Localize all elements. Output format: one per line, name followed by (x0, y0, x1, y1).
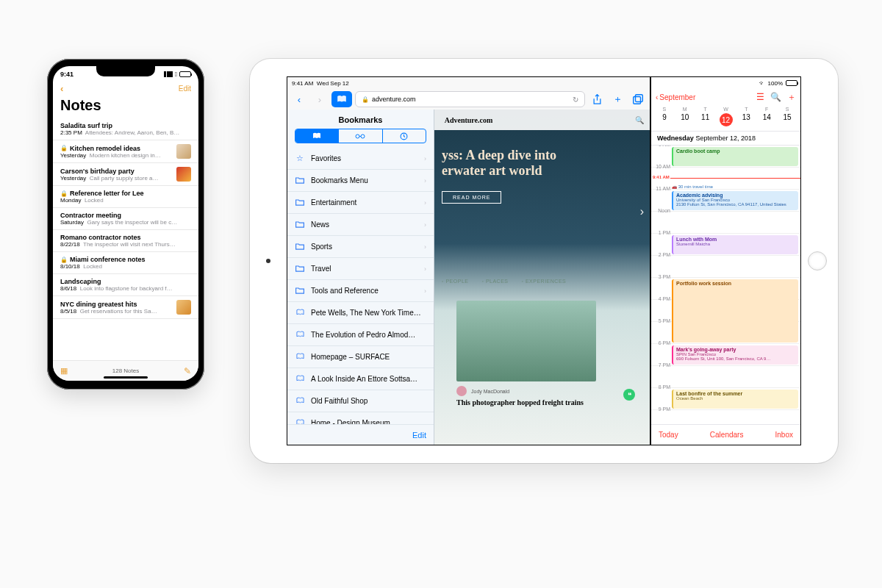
chat-widget-icon[interactable]: ❝ (623, 389, 635, 401)
tabs-button[interactable] (629, 90, 647, 108)
nav-back-button[interactable]: ‹ (290, 90, 308, 108)
bookmarks-edit-button[interactable]: Edit (287, 424, 434, 445)
search-icon[interactable]: 🔍 (770, 92, 781, 102)
new-tab-button[interactable]: ＋ (609, 90, 626, 108)
iphone-notch (96, 66, 155, 76)
day-cell[interactable]: 14 (756, 112, 777, 128)
status-time: 9:41 AM (292, 80, 313, 87)
hour-row[interactable]: 2 PM (651, 256, 800, 278)
bookmark-row[interactable]: ☆ Favorites › (287, 148, 434, 170)
bookmark-label: Tools and Reference (311, 287, 418, 295)
calendar-footer: Today Calendars Inbox (651, 424, 800, 445)
bookmarks-list[interactable]: ☆ Favorites › Bookmarks Menu › Entertain… (287, 148, 434, 424)
event-subtitle: Stonemill Matcha (676, 242, 795, 246)
note-row[interactable]: Contractor meeting Saturday Gary says th… (53, 208, 198, 230)
calendar-event[interactable]: Cardio boot camp (672, 147, 798, 166)
nav-forward-button[interactable]: › (311, 90, 329, 108)
attachments-icon[interactable]: ▦ (60, 366, 68, 376)
day-cell[interactable]: 10 (675, 112, 695, 128)
site-tab[interactable]: ◦ EXPERIENCES (522, 279, 567, 284)
edit-button[interactable]: Edit (179, 85, 191, 93)
seg-reading-list[interactable] (338, 129, 381, 143)
note-thumbnail (176, 144, 191, 159)
today-button[interactable]: Today (659, 431, 678, 439)
read-more-button[interactable]: READ MORE (442, 191, 501, 204)
bookmark-row[interactable]: Bookmarks Menu › (287, 170, 434, 192)
day-cell[interactable]: 9 (654, 112, 675, 128)
calendar-event[interactable]: Academic advising University of San Fran… (672, 191, 798, 210)
day-cell[interactable]: 12 (716, 112, 736, 128)
back-button[interactable]: ‹ (60, 83, 63, 94)
list-view-icon[interactable]: ☰ (756, 92, 764, 102)
svg-rect-1 (634, 97, 641, 104)
calendar-event[interactable]: Last bonfire of the summer Ocean Beach (672, 390, 798, 409)
seg-history[interactable] (382, 129, 426, 143)
calendar-back-label: September (659, 93, 695, 101)
notes-list[interactable]: Saladita surf trip 2:35 PM Attendees: An… (53, 118, 198, 319)
bookmark-row[interactable]: Sports › (287, 236, 434, 258)
reload-icon[interactable]: ↻ (573, 96, 578, 104)
clock-icon (400, 132, 408, 140)
calendar-event[interactable]: Lunch with Mom Stonemill Matcha (672, 235, 798, 254)
share-button[interactable] (588, 90, 606, 108)
note-row[interactable]: 🔒 Kitchen remodel ideas Yesterday Modern… (53, 140, 198, 163)
site-logo[interactable]: Adventure.com (445, 116, 493, 124)
site-tab[interactable]: ◦ PEOPLE (442, 279, 468, 284)
folder-icon (295, 243, 305, 251)
note-row[interactable]: Carson's birthday party Yesterday Call p… (53, 163, 198, 186)
hour-label: 5 PM (653, 318, 670, 323)
bookmark-row[interactable]: Entertainment › (287, 192, 434, 214)
calendar-event[interactable]: Portfolio work session (672, 279, 798, 343)
hour-row[interactable]: 7 PM (651, 366, 800, 388)
bookmark-row[interactable]: Old Faithful Shop (287, 390, 434, 412)
day-cell[interactable]: 13 (736, 112, 756, 128)
bookmarks-segmented[interactable] (295, 129, 426, 143)
hour-row[interactable]: 9 PM (651, 410, 800, 424)
day-cell[interactable]: 15 (777, 112, 797, 128)
add-event-icon[interactable]: ＋ (787, 91, 796, 104)
site-tab[interactable]: ◦ PLACES (481, 279, 508, 284)
note-row[interactable]: NYC dining greatest hits 8/5/18 Get rese… (53, 296, 198, 319)
note-thumbnail (176, 300, 191, 315)
note-row[interactable]: Romano contractor notes 8/22/18 The insp… (53, 230, 198, 252)
bookmark-label: The Evolution of Pedro Almod… (311, 331, 426, 339)
bookmark-row[interactable]: Homepage – SURFACE (287, 346, 434, 368)
calendars-button[interactable]: Calendars (710, 431, 744, 439)
day-picker[interactable]: 9101112131415 (651, 112, 800, 132)
chevron-right-icon: › (424, 287, 426, 295)
bookmark-row[interactable]: Pete Wells, The New York Time… (287, 302, 434, 324)
calendar-grid[interactable]: 9 AM10 AM11 AMNoon1 PM2 PM3 PM4 PM5 PM6 … (651, 146, 800, 424)
calendar-back-button[interactable]: ‹ September (656, 93, 695, 101)
book-icon (295, 309, 305, 318)
wifi-icon: 􀙇 (175, 71, 177, 78)
bookmark-row[interactable]: The Evolution of Pedro Almod… (287, 324, 434, 346)
home-button[interactable] (808, 251, 827, 270)
note-title: Kitchen remodel ideas (70, 145, 140, 152)
folder-icon (295, 176, 305, 185)
home-indicator[interactable] (104, 376, 148, 379)
calendar-event[interactable]: Mark's going-away party SPIN San Francis… (672, 345, 798, 365)
event-title: Last bonfire of the summer (676, 391, 795, 396)
compose-icon[interactable]: ✎ (184, 366, 191, 376)
site-search-icon[interactable]: 🔍 (635, 116, 644, 124)
carousel-next-icon[interactable]: › (640, 205, 644, 218)
day-cell[interactable]: 11 (695, 112, 716, 128)
bookmark-row[interactable]: Tools and Reference › (287, 280, 434, 302)
article-card[interactable]: Jody MacDonald This photographer hopped … (456, 301, 596, 406)
note-row[interactable]: Landscaping 8/6/18 Look into flagstone f… (53, 274, 198, 296)
bookmark-label: Travel (311, 265, 418, 273)
bookmark-row[interactable]: A Look Inside An Ettore Sottsa… (287, 368, 434, 390)
note-row[interactable]: 🔒 Miami conference notes 8/10/18 Locked (53, 252, 198, 274)
address-bar[interactable]: 🔒 adventure.com ↻ (355, 91, 585, 107)
battery-percent: 100% (768, 80, 783, 87)
bookmark-row[interactable]: Home - Design Museum (287, 412, 434, 424)
bookmarks-button[interactable] (331, 91, 352, 107)
note-row[interactable]: 🔒 Reference letter for Lee Monday Locked (53, 186, 198, 208)
hour-row[interactable]: Noon (651, 212, 800, 234)
inbox-button[interactable]: Inbox (775, 431, 793, 439)
bookmark-row[interactable]: News › (287, 214, 434, 236)
seg-bookmarks[interactable] (295, 129, 338, 143)
weekday-label: F (756, 107, 777, 112)
note-row[interactable]: Saladita surf trip 2:35 PM Attendees: An… (53, 118, 198, 140)
bookmark-row[interactable]: Travel › (287, 258, 434, 280)
